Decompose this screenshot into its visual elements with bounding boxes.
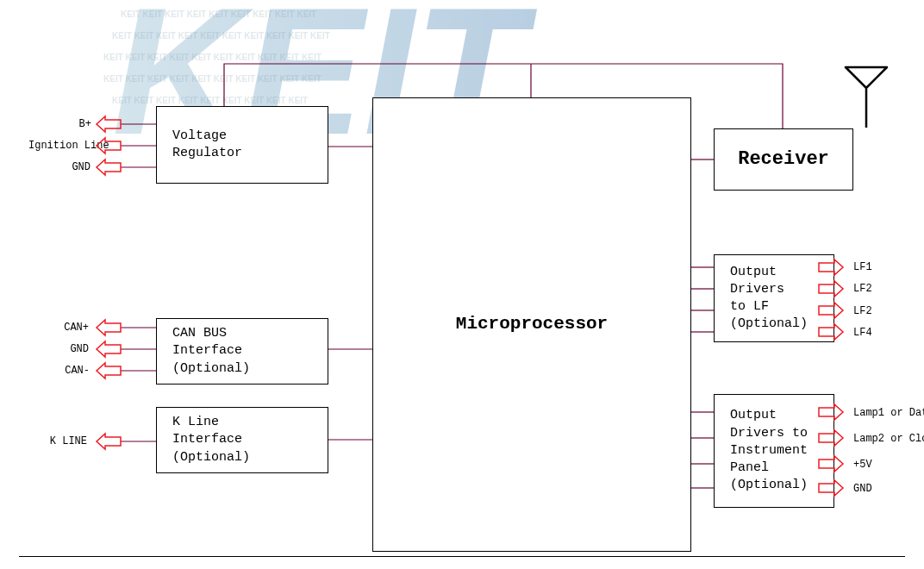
pin-arrows [0,0,924,569]
